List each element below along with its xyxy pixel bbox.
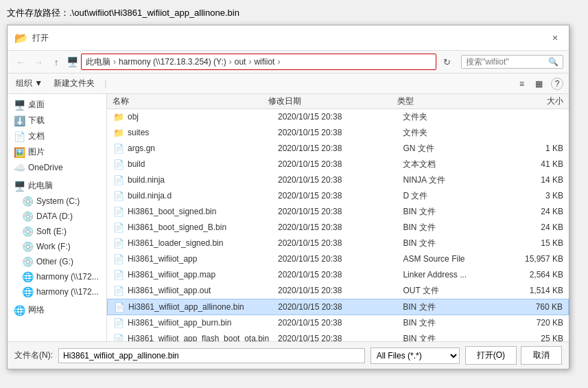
sidebar-item-desktop[interactable]: 🖥️ 桌面	[8, 97, 106, 113]
file-date: 2020/10/15 20:38	[278, 334, 403, 341]
table-row[interactable]: 📄Hi3861_boot_signed_B.bin2020/10/15 20:3…	[107, 220, 569, 236]
open-button[interactable]: 打开(O)	[465, 346, 517, 365]
col-type-header[interactable]: 类型	[397, 95, 501, 107]
sidebar-item-edrive[interactable]: 💿 Soft (E:)	[8, 224, 106, 239]
sidebar-item-thispc[interactable]: 🖥️ 此电脑	[8, 178, 106, 194]
file-date: 2020/10/15 20:38	[278, 144, 403, 153]
sidebar-label-harmony2: harmony (\\172...	[36, 287, 101, 297]
sidebar-item-network[interactable]: 🌐 网络	[8, 302, 106, 318]
refresh-button[interactable]: ↻	[439, 54, 454, 69]
table-row[interactable]: 📄Hi3861_wifiiot_app2020/10/15 20:38ASM S…	[107, 251, 569, 267]
sidebar-item-ddrive[interactable]: 💿 DATA (D:)	[8, 209, 106, 224]
pc-icon: 🖥️	[67, 56, 78, 67]
file-name: suites	[128, 128, 278, 137]
table-row[interactable]: 📄Hi3861_loader_signed.bin2020/10/15 20:3…	[107, 236, 569, 251]
breadcrumb-wifiiot[interactable]: wifiiot	[254, 57, 274, 67]
file-date: 2020/10/15 20:38	[278, 207, 403, 216]
col-name-header[interactable]: 名称	[113, 95, 268, 107]
sidebar-label-desktop: 桌面	[28, 99, 98, 111]
breadcrumb-pc[interactable]: 此电脑	[86, 56, 110, 68]
file-type: BIN 文件	[403, 206, 503, 218]
sidebar-item-fdrive[interactable]: 💿 Work (F:)	[8, 239, 106, 254]
bottom-bar: 文件名(N): All Files (*.*) 打开(O) 取消	[8, 341, 569, 369]
table-row[interactable]: 📄build.ninja2020/10/15 20:38NINJA 文件14 K…	[107, 172, 569, 188]
file-icon: 📁	[113, 111, 125, 123]
organize-button[interactable]: 组织 ▼	[13, 76, 45, 91]
breadcrumb-bar[interactable]: 此电脑 › harmony (\\172.18.3.254) (Y:) › ou…	[81, 54, 436, 70]
file-date: 2020/10/15 20:38	[278, 238, 403, 248]
close-button[interactable]: ×	[548, 31, 562, 45]
file-name: Hi3861_wifiiot_app.out	[128, 286, 278, 295]
file-name: obj	[128, 112, 278, 122]
table-row[interactable]: 📄Hi3861_wifiiot_app_allinone.bin2020/10/…	[107, 299, 569, 315]
gdrive-icon: 💿	[21, 256, 34, 267]
help-button[interactable]: ?	[551, 78, 563, 90]
cdrive-icon: 💿	[21, 196, 34, 207]
file-date: 2020/10/15 20:38	[278, 159, 403, 169]
breadcrumb-out[interactable]: out	[235, 57, 246, 67]
file-size: 24 KB	[503, 222, 563, 232]
top-label: 文件存放路径：.\out\wifiiot\Hi3861_wifiiot_app_…	[7, 7, 581, 19]
view-toggle-button1[interactable]: ≡	[517, 78, 527, 90]
file-icon: 📄	[113, 301, 126, 313]
sidebar-item-gdrive[interactable]: 💿 Other (G:)	[8, 254, 106, 269]
sidebar-item-documents[interactable]: 📄 文档	[8, 128, 106, 144]
table-row[interactable]: 📄Hi3861_wifiiot_app.out2020/10/15 20:38O…	[107, 283, 569, 299]
table-row[interactable]: 📄args.gn2020/10/15 20:38GN 文件1 KB	[107, 141, 569, 157]
cancel-button[interactable]: 取消	[521, 346, 562, 365]
breadcrumb-sep2: ›	[229, 57, 232, 67]
sidebar-item-pictures[interactable]: 🖼️ 图片	[8, 144, 106, 160]
sidebar-label-harmony1: harmony (\\172...	[36, 272, 101, 282]
search-bar: 🔍	[461, 55, 563, 69]
file-size: 1,514 KB	[503, 286, 563, 295]
view-toggle-button2[interactable]: ▦	[532, 78, 545, 90]
back-button[interactable]: ←	[13, 54, 28, 69]
search-icon-button[interactable]: 🔍	[544, 56, 563, 68]
table-row[interactable]: 📄build2020/10/15 20:38文本文档41 KB	[107, 157, 569, 172]
new-folder-button[interactable]: 新建文件夹	[51, 76, 97, 91]
file-date: 2020/10/15 20:38	[278, 254, 403, 264]
table-row[interactable]: 📄build.ninja.d2020/10/15 20:38D 文件3 KB	[107, 188, 569, 204]
breadcrumb-harmony[interactable]: harmony (\\172.18.3.254) (Y:)	[119, 57, 226, 67]
file-type: 文件夹	[403, 111, 503, 123]
sidebar-item-harmony1[interactable]: 🌐 harmony (\\172...	[8, 269, 106, 284]
table-row[interactable]: 📁obj2020/10/15 20:38文件夹	[107, 109, 569, 125]
file-type: NINJA 文件	[403, 174, 503, 186]
edrive-icon: 💿	[21, 226, 34, 237]
file-type: BIN 文件	[403, 222, 503, 233]
sidebar-label-cdrive: System (C:)	[36, 196, 101, 206]
sidebar-item-onedrive[interactable]: ☁️ OneDrive	[8, 160, 106, 175]
table-row[interactable]: 📄Hi3861_wifiiot_app_burn.bin2020/10/15 2…	[107, 315, 569, 331]
table-row[interactable]: 📄Hi3861_wifiiot_app_flash_boot_ota.bin20…	[107, 331, 569, 341]
file-type: D 文件	[403, 190, 503, 202]
file-date: 2020/10/15 20:38	[278, 128, 403, 137]
dialog-title-icon: 📂	[14, 32, 28, 45]
file-type: OUT 文件	[403, 285, 503, 297]
file-icon: 📄	[113, 221, 125, 233]
col-date-header[interactable]: 修改日期	[268, 95, 398, 107]
file-icon: 📄	[113, 205, 125, 218]
search-input[interactable]	[462, 56, 544, 68]
nav-toolbar: ← → ↑ 🖥️ 此电脑 › harmony (\\172.18.3.254) …	[8, 51, 569, 73]
file-size: 720 KB	[503, 318, 563, 328]
sidebar-item-harmony2[interactable]: 🌐 harmony (\\172...	[8, 284, 106, 299]
sidebar-item-cdrive[interactable]: 💿 System (C:)	[8, 194, 106, 209]
file-size: 41 KB	[503, 159, 563, 169]
forward-button[interactable]: →	[31, 54, 46, 69]
filetype-select[interactable]: All Files (*.*)	[371, 347, 460, 364]
table-row[interactable]: 📄Hi3861_boot_signed.bin2020/10/15 20:38B…	[107, 204, 569, 220]
table-row[interactable]: 📁suites2020/10/15 20:38文件夹	[107, 125, 569, 141]
sidebar-item-download[interactable]: ⬇️ 下载	[8, 113, 106, 128]
file-type: Linker Address ...	[403, 270, 503, 279]
main-area: 🖥️ 桌面 ⬇️ 下载 📄 文档 🖼️ 图片 ☁️ OneDrive	[8, 94, 569, 341]
file-type: BIN 文件	[403, 317, 503, 329]
file-content: 名称 修改日期 类型 大小 📁obj2020/10/15 20:38文件夹📁su…	[107, 94, 569, 341]
pictures-icon: 🖼️	[13, 147, 25, 158]
col-size-header[interactable]: 大小	[501, 95, 563, 107]
download-icon: ⬇️	[13, 115, 25, 126]
up-button[interactable]: ↑	[49, 54, 64, 69]
file-icon: 📄	[113, 253, 125, 265]
ddrive-icon: 💿	[21, 211, 34, 222]
filename-input[interactable]	[58, 348, 365, 363]
table-row[interactable]: 📄Hi3861_wifiiot_app.map2020/10/15 20:38L…	[107, 267, 569, 283]
